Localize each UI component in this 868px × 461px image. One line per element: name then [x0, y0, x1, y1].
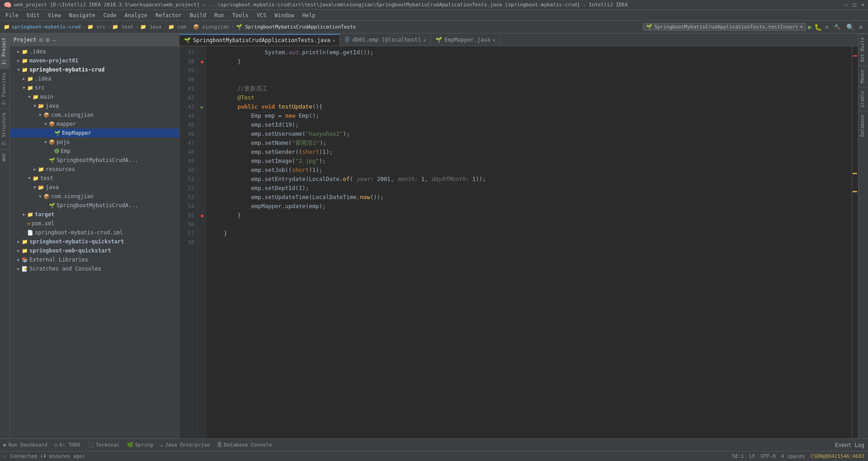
tree-item-iml[interactable]: ▶ 📄 springboot-mybatis-crud.iml [10, 228, 179, 237]
breadcrumb-project[interactable]: springboot-mybatis-crud [12, 24, 80, 30]
run-gutter-43[interactable]: ▶ [198, 102, 207, 111]
tree-item-emp[interactable]: ▶ 🅒 Emp [10, 147, 179, 156]
menu-help[interactable]: Help [299, 11, 319, 19]
tab-close-springboot[interactable]: ✕ [332, 38, 335, 43]
run-config-selector[interactable]: 🌱 SpringbootMybatisCrudApplicationTests.… [643, 23, 806, 31]
tab-label-springboot: SpringbootMybatisCrudApplicationTests.ja… [193, 37, 330, 43]
menu-vcs[interactable]: VCS [253, 11, 270, 19]
close-button[interactable]: ✕ [861, 2, 864, 8]
tree-item-scratches[interactable]: ▶ 📝 Scratches and Consoles [10, 264, 179, 273]
breadcrumb-src[interactable]: 📁 src [87, 24, 106, 30]
tab-close-empmapper[interactable]: ✕ [492, 38, 495, 43]
tree-item-idea[interactable]: ▶ 📁 .idea [10, 47, 179, 56]
spring-label: Spring [135, 442, 153, 448]
tree-item-quickstart[interactable]: ▶ 📁 springboot-mybatis-quickstart [10, 237, 179, 246]
vtab-project[interactable]: 1: Project [0, 33, 10, 68]
btn-todo[interactable]: ☑ 6: TODO [55, 442, 80, 448]
btn-database-console[interactable]: 🗄 Database Console [217, 442, 272, 448]
tree-item-pom[interactable]: ▶ m pom.xml [10, 219, 179, 228]
panel-settings-icon[interactable]: ⚙ [39, 36, 43, 43]
tree-item-com-xiongjian-test[interactable]: ▼ 📦 com.xiongjian [10, 192, 179, 201]
breadcrumb-class[interactable]: 🌱 SpringbootMybatisCrudApplicationTests [236, 24, 356, 30]
code-line-41: //更新员工 [210, 84, 852, 93]
tab-empmapper[interactable]: 🌱 EmpMapper.java ✕ [431, 34, 500, 46]
tree-item-main[interactable]: ▼ 📁 main [10, 92, 179, 101]
btn-terminal[interactable]: ⬛ Terminal [88, 442, 120, 448]
tree-item-java-main[interactable]: ▼ 📂 java [10, 101, 179, 110]
panel-collapse-icon[interactable]: — [52, 36, 56, 43]
tree-item-target[interactable]: ▶ 📁 target [10, 210, 179, 219]
tree-item-pojo[interactable]: ▼ 📦 pojo [10, 138, 179, 147]
vtab-web[interactable]: Web [0, 149, 10, 165]
btn-run-dashboard[interactable]: ▶ Run Dashboard [4, 442, 47, 448]
btn-java-enterprise[interactable]: ☕ Java Enterprise [160, 442, 210, 448]
tree-item-web-quickstart[interactable]: ▶ 📁 springboot-web-quickstart [10, 246, 179, 255]
cursor-position[interactable]: 58:1 [732, 453, 744, 459]
menu-navigate[interactable]: Navigate [66, 11, 99, 19]
menu-refactor[interactable]: Refactor [152, 11, 185, 19]
breadcrumb-com[interactable]: 📁 com [168, 24, 187, 30]
panel-layout-icon[interactable]: ⊞ [46, 36, 49, 43]
menu-edit[interactable]: Edit [23, 11, 43, 19]
breadcrumb-test[interactable]: 📁 test [112, 24, 133, 30]
tree-item-idea2[interactable]: ▶ 📁 .idea [10, 74, 179, 83]
tree-item-mapper-folder[interactable]: ▼ 📦 mapper [10, 119, 179, 128]
breadcrumb-item-1[interactable]: 📁 [4, 24, 10, 30]
tree-item-springboot-app[interactable]: ▶ 🌱 SpringbootMybatisCrudA... [10, 156, 179, 165]
breadcrumb-java[interactable]: 📁 java [140, 24, 161, 30]
menu-analyze[interactable]: Analyze [121, 11, 151, 19]
breadcrumb-bar: 📁 springboot-mybatis-crud › 📁 src › 📁 te… [0, 21, 868, 33]
title-bar: 🧠 web_project [D:\IntelliJ IDEA 2018.3.5… [0, 0, 868, 10]
menu-build[interactable]: Build [186, 11, 210, 19]
tree-item-src[interactable]: ▼ 📁 src [10, 83, 179, 92]
menu-view[interactable]: View [44, 11, 65, 19]
tab-close-db[interactable]: ✕ [423, 38, 426, 43]
tree-item-test[interactable]: ▼ 📁 test [10, 174, 179, 183]
code-line-58 [210, 238, 852, 247]
tree-item-external-libs[interactable]: ▶ 📚 External Libraries [10, 255, 179, 264]
code-line-40 [210, 75, 852, 84]
vtab-gradle[interactable]: Gradle [859, 87, 868, 111]
settings-button[interactable]: ⚙ [858, 23, 864, 31]
vtab-structure[interactable]: Z: Structure [0, 109, 10, 149]
event-log-btn[interactable]: Event Log [835, 442, 864, 448]
menu-code[interactable]: Code [100, 11, 120, 19]
tree-item-maven[interactable]: ▶ 📁 maven-project01 [10, 56, 179, 65]
debug-button[interactable]: 🐛 [814, 24, 822, 31]
search-everywhere-button[interactable]: 🔍 [844, 23, 856, 32]
tree-item-resources[interactable]: ▶ 📁 resources [10, 165, 179, 174]
menu-window[interactable]: Window [271, 11, 297, 19]
tree-item-com-xiongjian[interactable]: ▼ 📦 com.xiongjian [10, 110, 179, 119]
line-ending[interactable]: LF [749, 453, 755, 459]
maximize-button[interactable]: □ [853, 2, 856, 8]
indent[interactable]: 4 spaces [781, 453, 805, 459]
tree-item-java-test[interactable]: ▼ 📂 java [10, 183, 179, 192]
tree-item-springboot-test[interactable]: ▶ 🌱 SpringbootMybatisCrudA... [10, 201, 179, 210]
menu-tools[interactable]: Tools [229, 11, 252, 19]
menu-run[interactable]: Run [211, 11, 228, 19]
tree-item-empmapper[interactable]: ▶ 🌱 EmpMapper [10, 128, 179, 138]
event-log-label: Event Log [835, 442, 864, 448]
breadcrumb-xiongjian[interactable]: 📦 xiongjian [193, 24, 229, 30]
vtab-maven[interactable]: Maven [859, 66, 868, 87]
tab-db[interactable]: 🗄 db01.emp [@localhost] ✕ [340, 34, 431, 46]
run-button[interactable]: ▶ [808, 23, 812, 31]
encoding[interactable]: UTF-8 [761, 453, 776, 459]
code-line-43: public void testUpdate(){ [210, 102, 852, 111]
btn-spring[interactable]: 🌿 Spring [127, 442, 153, 448]
vtab-database[interactable]: Database [859, 111, 868, 140]
coverage-button[interactable]: ⊙ [824, 23, 830, 31]
build-button[interactable]: 🔨 [832, 23, 843, 31]
left-vertical-tabs: 1: Project 2: Favorites Z: Structure Web [0, 33, 10, 438]
vtab-favorites[interactable]: 2: Favorites [0, 68, 10, 109]
code-line-46: emp.setUsername("huoyuhao2"); [210, 129, 852, 138]
vtab-ant-build[interactable]: Ant Build [859, 33, 868, 66]
run-config-dropdown-icon[interactable]: ▾ [800, 24, 803, 30]
tree-item-springboot-crud[interactable]: ▼ 📁 springboot-mybatis-crud [10, 65, 179, 74]
menu-file[interactable]: File [2, 11, 22, 19]
code-content[interactable]: System.out.println(emp.getId()); } //更新员… [207, 46, 852, 438]
title-bar-controls[interactable]: — □ ✕ [844, 2, 864, 8]
minimize-button[interactable]: — [844, 2, 848, 8]
tab-springboot-test[interactable]: 🌱 SpringbootMybatisCrudApplicationTests.… [179, 34, 340, 46]
tab-icon-spring: 🌱 [184, 37, 191, 43]
